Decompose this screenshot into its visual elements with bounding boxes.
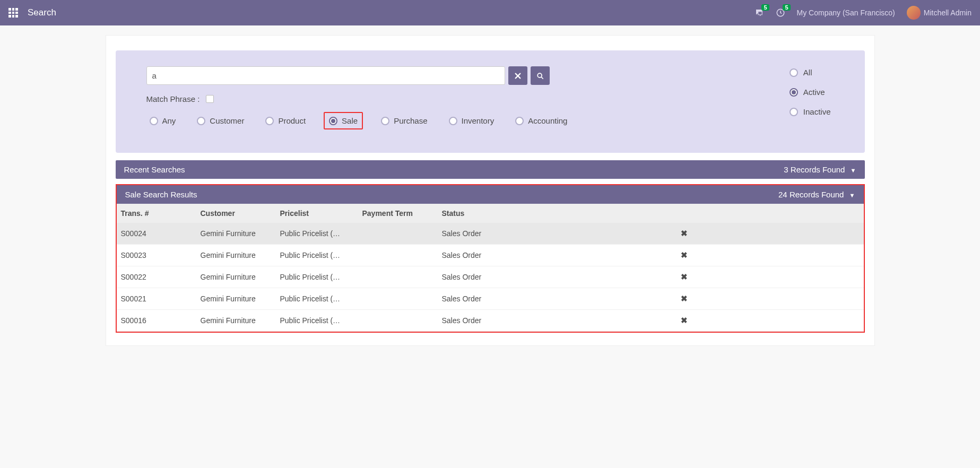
clear-button[interactable] xyxy=(508,66,527,85)
cell-customer: Gemini Furniture xyxy=(196,223,276,245)
radio-all[interactable]: All xyxy=(786,66,834,79)
company-selector[interactable]: My Company (San Francisco) xyxy=(797,8,895,17)
recent-searches-title: Recent Searches xyxy=(124,165,185,174)
cell-customer: Gemini Furniture xyxy=(196,288,276,310)
radio-circle xyxy=(381,117,389,125)
main-container: Match Phrase : Any Customer Product xyxy=(106,35,875,346)
table-row[interactable]: S00023Gemini FurniturePublic Pricelist (… xyxy=(117,245,864,266)
cell-customer: Gemini Furniture xyxy=(196,266,276,288)
delete-icon[interactable]: ✖ xyxy=(681,316,688,325)
search-button[interactable] xyxy=(531,66,550,85)
activities-icon[interactable]: 5 xyxy=(776,8,785,18)
radio-circle xyxy=(790,88,798,97)
radio-circle xyxy=(265,117,274,125)
results-count: 24 Records Found xyxy=(778,190,844,199)
radio-customer[interactable]: Customer xyxy=(194,115,247,127)
radio-purchase[interactable]: Purchase xyxy=(378,115,430,127)
radio-label: Inventory xyxy=(462,116,495,125)
radio-label: Product xyxy=(278,116,306,125)
col-header-trans[interactable]: Trans. # xyxy=(117,204,196,223)
match-phrase-label: Match Phrase : xyxy=(146,94,200,103)
delete-icon[interactable]: ✖ xyxy=(681,272,688,281)
radio-active[interactable]: Active xyxy=(786,86,834,98)
cell-status: Sales Order xyxy=(438,245,677,266)
activities-badge: 5 xyxy=(783,4,790,11)
cell-pricelist: Public Pricelist (… xyxy=(276,266,358,288)
cell-payment-term xyxy=(358,310,438,332)
caret-down-icon: ▼ xyxy=(849,192,855,198)
cell-status: Sales Order xyxy=(438,223,677,245)
radio-label: All xyxy=(803,68,812,77)
radio-sale[interactable]: Sale xyxy=(324,112,363,129)
radio-inactive[interactable]: Inactive xyxy=(786,106,834,118)
radio-label: Accounting xyxy=(528,116,567,125)
avatar xyxy=(907,6,921,20)
cell-trans: S00023 xyxy=(117,245,196,266)
radio-product[interactable]: Product xyxy=(262,115,309,127)
cell-payment-term xyxy=(358,288,438,310)
delete-icon[interactable]: ✖ xyxy=(681,250,688,259)
radio-circle xyxy=(515,117,524,125)
cell-trans: S00024 xyxy=(117,223,196,245)
recent-searches-header[interactable]: Recent Searches 3 Records Found ▼ xyxy=(116,160,865,179)
cell-pricelist: Public Pricelist (… xyxy=(276,223,358,245)
table-row[interactable]: S00016Gemini FurniturePublic Pricelist (… xyxy=(117,310,864,332)
table-row[interactable]: S00021Gemini FurniturePublic Pricelist (… xyxy=(117,288,864,310)
search-panel: Match Phrase : Any Customer Product xyxy=(116,50,865,153)
radio-label: Sale xyxy=(342,116,358,125)
cell-pricelist: Public Pricelist (… xyxy=(276,245,358,266)
results-title: Sale Search Results xyxy=(125,190,197,199)
cell-status: Sales Order xyxy=(438,266,677,288)
results-table: Trans. # Customer Pricelist Payment Term… xyxy=(117,204,864,332)
radio-label: Purchase xyxy=(394,116,427,125)
navbar: Search 5 5 My Company (San Francisco) Mi… xyxy=(0,0,980,25)
messages-icon[interactable]: 5 xyxy=(754,8,764,18)
col-header-pricelist[interactable]: Pricelist xyxy=(276,204,358,223)
radio-circle xyxy=(329,117,337,125)
messages-badge: 5 xyxy=(761,4,769,11)
cell-customer: Gemini Furniture xyxy=(196,310,276,332)
delete-icon[interactable]: ✖ xyxy=(681,229,688,238)
col-header-status[interactable]: Status xyxy=(438,204,677,223)
cell-trans: S00021 xyxy=(117,288,196,310)
radio-inventory[interactable]: Inventory xyxy=(446,115,498,127)
radio-circle xyxy=(150,117,158,125)
results-section: Sale Search Results 24 Records Found ▼ T… xyxy=(116,184,865,333)
radio-label: Inactive xyxy=(803,107,831,116)
cell-trans: S00022 xyxy=(117,266,196,288)
cell-trans: S00016 xyxy=(117,310,196,332)
radio-label: Customer xyxy=(210,116,244,125)
apps-icon[interactable] xyxy=(8,8,18,18)
cell-pricelist: Public Pricelist (… xyxy=(276,288,358,310)
page-title: Search xyxy=(28,7,56,18)
company-name: My Company (San Francisco) xyxy=(797,8,895,17)
delete-icon[interactable]: ✖ xyxy=(681,294,688,303)
cell-status: Sales Order xyxy=(438,310,677,332)
user-menu[interactable]: Mitchell Admin xyxy=(907,6,972,20)
cell-payment-term xyxy=(358,266,438,288)
radio-accounting[interactable]: Accounting xyxy=(512,115,570,127)
col-header-action xyxy=(677,204,864,223)
col-header-payment-term[interactable]: Payment Term xyxy=(358,204,438,223)
radio-circle xyxy=(449,117,457,125)
results-header[interactable]: Sale Search Results 24 Records Found ▼ xyxy=(117,185,864,204)
user-name: Mitchell Admin xyxy=(924,8,972,17)
recent-searches-count: 3 Records Found xyxy=(784,165,845,174)
cell-customer: Gemini Furniture xyxy=(196,245,276,266)
col-header-customer[interactable]: Customer xyxy=(196,204,276,223)
radio-any[interactable]: Any xyxy=(146,115,179,127)
match-phrase-checkbox[interactable] xyxy=(206,95,214,103)
radio-label: Any xyxy=(162,116,176,125)
radio-label: Active xyxy=(803,88,825,97)
table-row[interactable]: S00022Gemini FurniturePublic Pricelist (… xyxy=(117,266,864,288)
table-row[interactable]: S00024Gemini FurniturePublic Pricelist (… xyxy=(117,223,864,245)
caret-down-icon: ▼ xyxy=(851,167,856,174)
cell-status: Sales Order xyxy=(438,288,677,310)
cell-payment-term xyxy=(358,223,438,245)
radio-circle xyxy=(197,117,205,125)
svg-point-1 xyxy=(537,73,542,77)
radio-circle xyxy=(790,68,798,77)
search-input[interactable] xyxy=(146,66,505,85)
cell-pricelist: Public Pricelist (… xyxy=(276,310,358,332)
cell-payment-term xyxy=(358,245,438,266)
